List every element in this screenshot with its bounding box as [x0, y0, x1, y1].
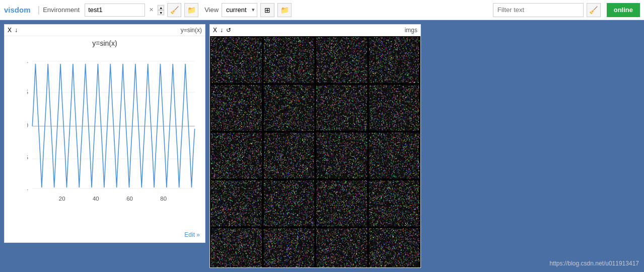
spin-down-button[interactable]: ▼ [158, 10, 164, 15]
spin-up-button[interactable]: ▲ [158, 5, 164, 10]
imgs-panel: X ↓ ↺ imgs [209, 24, 421, 268]
img-cell [263, 227, 316, 268]
noise-canvas [264, 180, 315, 226]
img-cell [315, 84, 368, 132]
nav-divider: | [38, 5, 40, 15]
view-select-wrapper: current all [222, 3, 257, 17]
noise-canvas [211, 37, 262, 83]
folder-button-1[interactable]: 📁 [184, 3, 198, 17]
noise-canvas [369, 133, 420, 178]
img-cell [315, 132, 368, 179]
noise-canvas [369, 85, 420, 131]
folder-icon-2: 📁 [280, 6, 289, 14]
chart-toolbar: X ↓ y=sin(x) [5, 25, 205, 36]
grid-button[interactable]: ⊞ [260, 3, 274, 17]
svg-text:0.5: 0.5 [27, 89, 28, 95]
edit-link[interactable]: Edit » [184, 231, 200, 238]
view-label: View [204, 6, 219, 14]
folder-button-2[interactable]: 📁 [277, 3, 292, 17]
img-cell [210, 84, 263, 132]
online-button[interactable]: online [607, 3, 640, 17]
chart-main-title: y=sin(x) [5, 36, 205, 48]
chart-svg: 1 0.5 0 −0.5 −1 20 40 60 80 [27, 48, 201, 204]
eraser-button[interactable]: 🧹 [167, 3, 181, 17]
noise-canvas [211, 228, 262, 268]
img-cell [368, 227, 421, 268]
noise-canvas [316, 133, 367, 178]
img-cell [210, 36, 263, 84]
noise-canvas [316, 85, 367, 131]
imgs-down-btn[interactable]: ↓ [220, 27, 223, 34]
imgs-toolbar: X ↓ ↺ imgs [210, 25, 420, 36]
noise-canvas [316, 37, 367, 83]
imgs-grid [210, 36, 420, 268]
svg-text:−1: −1 [27, 185, 28, 191]
filter-clear-button[interactable]: 🧹 [587, 3, 601, 17]
main-content: X ↓ y=sin(x) y=sin(x) 1 0.5 0 −0.5 −1 20 [0, 20, 644, 272]
noise-canvas [316, 180, 367, 226]
env-clear-button[interactable]: ✕ [148, 7, 155, 13]
img-cell [263, 84, 316, 132]
noise-canvas [264, 133, 315, 178]
env-spin-buttons[interactable]: ▲ ▼ [158, 5, 164, 15]
img-cell [368, 36, 421, 84]
sin-wave [32, 64, 194, 188]
svg-text:80: 80 [160, 196, 167, 202]
noise-canvas [369, 37, 420, 83]
svg-text:0: 0 [27, 122, 28, 128]
img-cell [315, 36, 368, 84]
noise-canvas [264, 85, 315, 131]
imgs-close-btn[interactable]: X [213, 27, 217, 34]
grid-icon: ⊞ [264, 6, 270, 14]
imgs-refresh-btn[interactable]: ↺ [226, 27, 231, 34]
noise-canvas [211, 85, 262, 131]
img-cell [263, 132, 316, 179]
svg-text:−0.5: −0.5 [27, 154, 28, 160]
noise-canvas [264, 37, 315, 83]
folder-icon-1: 📁 [187, 6, 196, 14]
chart-area: 1 0.5 0 −0.5 −1 20 40 60 80 [5, 48, 205, 204]
img-cell [368, 84, 421, 132]
svg-text:20: 20 [59, 196, 65, 202]
img-cell [210, 132, 263, 179]
svg-text:60: 60 [126, 196, 133, 202]
noise-canvas [369, 180, 420, 226]
noise-canvas [264, 228, 315, 268]
filter-input[interactable] [493, 3, 584, 17]
chart-close-btn[interactable]: X [8, 27, 12, 34]
filter-clear-icon: 🧹 [589, 6, 598, 14]
navbar: visdom | Environment ✕ ▲ ▼ 🧹 📁 View curr… [0, 0, 644, 20]
chart-title-label: y=sin(x) [181, 27, 202, 34]
eraser-icon: 🧹 [170, 6, 179, 14]
img-cell [315, 227, 368, 268]
env-label: Environment [43, 6, 80, 14]
noise-canvas [211, 180, 262, 226]
img-cell [315, 179, 368, 227]
img-cell [210, 227, 263, 268]
noise-canvas [316, 228, 367, 268]
svg-text:40: 40 [93, 196, 99, 202]
env-input[interactable] [85, 4, 145, 17]
view-select[interactable]: current all [222, 3, 257, 17]
img-cell [368, 132, 421, 179]
chart-down-btn[interactable]: ↓ [15, 27, 18, 34]
noise-canvas [211, 133, 262, 178]
img-cell [263, 179, 316, 227]
img-cell [210, 179, 263, 227]
svg-text:1: 1 [27, 58, 28, 64]
imgs-title-label: imgs [405, 27, 417, 34]
url-bar: https://blog.csdn.net/u011913417 [550, 260, 639, 267]
brand-logo: visdom [4, 6, 35, 14]
chart-panel: X ↓ y=sin(x) y=sin(x) 1 0.5 0 −0.5 −1 20 [4, 24, 205, 243]
noise-canvas [369, 228, 420, 268]
img-cell [263, 36, 316, 84]
img-cell [368, 179, 421, 227]
